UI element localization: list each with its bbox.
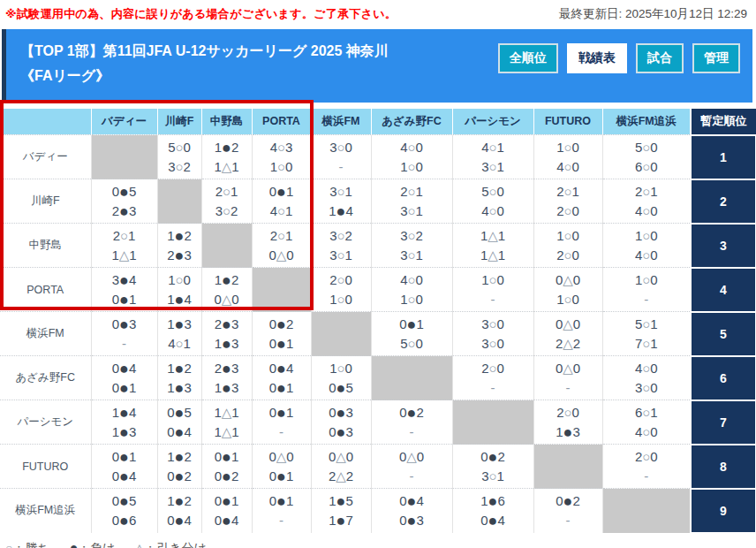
column-header: PORTA [252,109,311,135]
loss-symbol: ● [175,291,185,308]
draw-symbol: △ [276,449,287,464]
win-symbol: ○ [336,140,344,155]
result-cell: 2○12○0 [533,179,602,224]
draw-triangle-icon: △ [135,541,145,548]
result-cell: 1●21△1 [201,135,252,179]
diagonal-cell [371,356,452,400]
loss-symbol: ● [175,404,185,422]
result-cell: 1●51●7 [311,489,371,533]
column-header: パーシモン [452,109,533,135]
loss-circle-icon: ● [70,540,79,548]
last-updated-text: 最終更新日: 2025年10月12日 12:29 [559,6,747,22]
column-header: あざみ野FC [371,109,452,135]
team-name-cell: 横浜FM追浜 [0,489,91,533]
result-cell: 0●10●2 [201,445,252,489]
result-cell: 0●15○0 [371,312,452,356]
loss-symbol: ● [336,379,346,397]
result-cell: 4○13○1 [452,135,533,179]
column-header: バディー [91,109,157,135]
result-cell: 2○0- [452,356,533,400]
result-cell: 4○31○0 [252,135,311,179]
column-header: 横浜FM追浜 [602,109,691,135]
diagonal-cell [602,489,691,533]
win-symbol: ○ [642,184,650,199]
rank-cell: 1 [691,135,756,179]
result-cell: 0●40●1 [252,356,311,400]
tab-all-rankings[interactable]: 全順位 [498,43,558,73]
loss-symbol: ● [222,335,231,353]
draw-symbol: △ [119,247,130,263]
result-cell: 0●23○1 [452,445,533,489]
table-row: パーシモン1●41●30●50●41△11△10●1-0●30●30●2-2○0… [0,400,756,445]
result-cell: 0●14○1 [252,179,311,224]
result-cell: 0●50●6 [91,489,157,533]
loss-symbol: ● [222,139,231,156]
league-title-line2: 《FAリーグ》 [20,65,498,88]
win-symbol: ○ [488,468,496,483]
table-row: 横浜FM0●3-1●34○12●31●30●20●10●15○03○03○00△… [0,312,756,356]
table-row: あざみ野FC0●40●11●21●32●31●30●40●11○00●52○0-… [0,356,756,400]
result-cell: 0●30●3 [311,400,371,445]
loss-symbol: ● [175,379,185,397]
result-cell: 6○14○0 [602,400,691,445]
result-cell: 3○23○1 [371,224,452,268]
loss-symbol: ● [175,227,185,245]
table-row: 川崎F0●52●32○13○20●14○13○11●42○13○15○04○02… [0,179,756,224]
loss-symbol: ● [119,468,129,485]
result-cell: 5○06○0 [602,135,691,179]
result-cell: 1△11△1 [452,224,533,268]
win-symbol: ○ [336,228,344,243]
result-cell: 1○02○0 [533,224,602,268]
result-cell: 0△0- [533,356,602,400]
diagonal-cell [452,400,533,445]
win-symbol: ○ [277,228,285,243]
result-cell: 5○17○1 [602,312,691,356]
loss-symbol: ● [175,448,185,466]
corner-cell [0,109,91,135]
win-symbol: ○ [642,247,650,263]
team-name-cell: 横浜FM [0,312,91,356]
loss-symbol: ● [407,316,417,333]
win-symbol: ○ [488,336,496,351]
result-cell: 1○04○0 [602,224,691,268]
symbol-legend: ○：勝ち ●：負け △：引き分け [0,534,756,548]
tab-manage[interactable]: 管理 [692,43,740,73]
win-symbol: ○ [407,228,415,243]
trial-warning-text: ※試験運用中の為、内容に誤りがある場合がございます。ご了承下さい。 [5,6,397,22]
result-cell: 0●2- [371,400,452,445]
win-symbol: ○ [120,228,128,243]
result-cell: 0△02△2 [533,312,602,356]
loss-symbol: ● [276,468,286,485]
win-symbol: ○ [563,405,571,420]
table-row: 横浜FM追浜0●50●61●20●40●10●40●1-1●51●70●40●3… [0,489,756,533]
loss-symbol: ● [119,271,129,289]
result-cell: 1●22●3 [157,224,201,268]
tab-matches[interactable]: 試合 [636,43,684,73]
tab-results-table[interactable]: 戦績表 [567,43,627,73]
win-symbol: ○ [642,316,650,331]
rank-cell: 5 [691,312,756,356]
loss-symbol: ● [222,316,231,333]
loss-symbol: ● [407,404,417,422]
results-cross-table: バディー川崎F中野島PORTA横浜FMあざみ野FCパーシモンFUTURO横浜FM… [0,109,756,534]
result-cell: 0●40●1 [91,356,157,400]
loss-symbol: ● [175,316,185,333]
result-cell: 3○03○0 [452,312,533,356]
win-symbol: ○ [407,247,415,263]
result-cell: 3○23○1 [311,224,371,268]
result-cell: 0●2- [533,489,602,533]
win-symbol: ○ [563,184,571,199]
result-cell: 3○0- [311,135,371,179]
result-cell: 2○01●3 [533,400,602,445]
loss-symbol: ● [175,512,185,529]
win-symbol: ○ [336,292,344,307]
result-cell: 0●20●1 [252,312,311,356]
win-symbol: ○ [642,424,650,439]
draw-symbol: △ [336,449,346,464]
rank-cell: 7 [691,400,756,445]
rank-cell: 8 [691,445,756,489]
win-symbol: ○ [407,140,415,155]
draw-symbol: △ [563,316,573,331]
loss-symbol: ● [222,360,231,377]
result-cell: 1●20●2 [157,445,201,489]
